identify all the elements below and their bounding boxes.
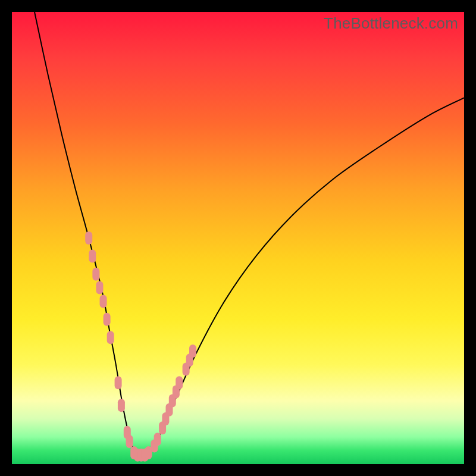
curve-marker: [100, 295, 107, 308]
curve-marker: [85, 231, 92, 245]
chart-svg: [12, 12, 464, 464]
curve-marker: [118, 399, 125, 412]
curve-marker: [176, 376, 183, 389]
chart-frame: TheBottleneck.com: [0, 0, 476, 476]
curve-marker: [115, 376, 122, 389]
curve-marker: [154, 433, 161, 446]
curve-marker: [104, 313, 111, 326]
marker-group: [85, 231, 196, 462]
curve-marker: [92, 268, 99, 281]
curve-marker: [126, 435, 133, 448]
curve-marker: [189, 345, 196, 358]
curve-marker: [89, 249, 96, 262]
curve-marker: [96, 281, 103, 295]
plot-area: TheBottleneck.com: [12, 12, 464, 464]
curve-marker: [107, 331, 114, 344]
bottleneck-curve: [35, 12, 464, 457]
